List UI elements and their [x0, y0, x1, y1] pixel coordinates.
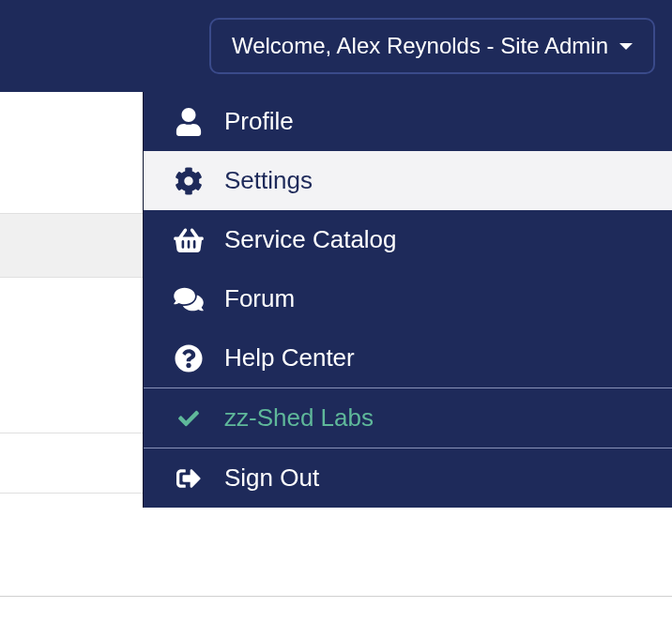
- check-icon: [172, 408, 206, 429]
- menu-item-help-center[interactable]: Help Center: [144, 328, 672, 387]
- menu-label: zz-Shed Labs: [224, 403, 374, 433]
- welcome-text: Welcome, Alex Reynolds - Site Admin: [232, 33, 608, 59]
- menu-item-forum[interactable]: Forum: [144, 269, 672, 328]
- user-menu-toggle[interactable]: Welcome, Alex Reynolds - Site Admin: [209, 18, 655, 74]
- top-bar: Welcome, Alex Reynolds - Site Admin: [0, 0, 672, 92]
- menu-label: Profile: [224, 107, 294, 136]
- menu-item-service-catalog[interactable]: Service Catalog: [144, 210, 672, 269]
- caret-down-icon: [619, 43, 633, 50]
- background-row: [0, 582, 672, 597]
- menu-item-settings[interactable]: Settings: [144, 151, 672, 210]
- menu-item-sign-out[interactable]: Sign Out: [144, 448, 672, 508]
- basket-icon: [172, 227, 206, 253]
- menu-label: Sign Out: [224, 463, 319, 493]
- menu-label: Service Catalog: [224, 225, 397, 254]
- question-circle-icon: [172, 344, 206, 372]
- gear-icon: [172, 167, 206, 195]
- menu-label: Forum: [224, 284, 295, 313]
- menu-label: Help Center: [224, 343, 355, 372]
- comments-icon: [172, 286, 206, 312]
- menu-item-tenant[interactable]: zz-Shed Labs: [144, 388, 672, 448]
- menu-item-profile[interactable]: Profile: [144, 92, 672, 151]
- background-left-rows: [0, 92, 143, 494]
- user-dropdown-menu: Profile Settings Service Catalog Forum H…: [143, 92, 672, 508]
- sign-out-icon: [172, 466, 206, 491]
- menu-label: Settings: [224, 166, 313, 195]
- user-icon: [172, 108, 206, 136]
